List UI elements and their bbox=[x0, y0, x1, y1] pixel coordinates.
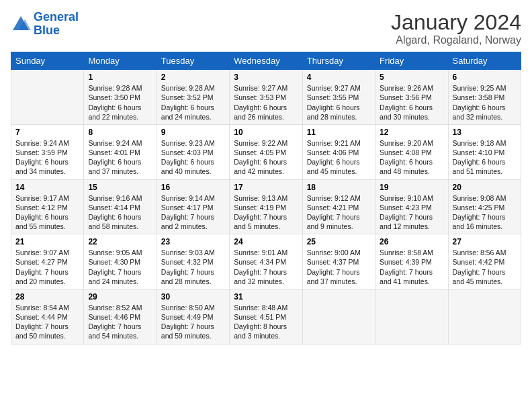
calendar-cell: 3Sunrise: 9:27 AMSunset: 3:53 PMDaylight… bbox=[230, 70, 302, 125]
day-info: Sunrise: 9:28 AMSunset: 3:50 PMDaylight:… bbox=[88, 84, 142, 121]
day-info: Sunrise: 9:16 AMSunset: 4:14 PMDaylight:… bbox=[88, 194, 142, 231]
day-number: 31 bbox=[234, 292, 298, 302]
day-number: 23 bbox=[161, 237, 225, 246]
calendar-cell: 25Sunrise: 9:00 AMSunset: 4:37 PMDayligh… bbox=[302, 234, 375, 289]
day-number: 4 bbox=[307, 73, 371, 82]
day-number: 22 bbox=[88, 237, 152, 246]
calendar-cell: 18Sunrise: 9:12 AMSunset: 4:21 PMDayligh… bbox=[302, 179, 375, 234]
day-info: Sunrise: 9:03 AMSunset: 4:32 PMDaylight:… bbox=[161, 248, 215, 285]
day-info: Sunrise: 9:18 AMSunset: 4:10 PMDaylight:… bbox=[453, 139, 506, 176]
day-number: 6 bbox=[453, 73, 517, 82]
day-number: 14 bbox=[15, 183, 79, 192]
logo: General Blue bbox=[11, 11, 79, 38]
calendar-cell: 2Sunrise: 9:28 AMSunset: 3:52 PMDaylight… bbox=[157, 70, 229, 125]
day-info: Sunrise: 8:48 AMSunset: 4:51 PMDaylight:… bbox=[234, 304, 287, 340]
calendar-cell: 30Sunrise: 8:50 AMSunset: 4:49 PMDayligh… bbox=[157, 289, 229, 344]
day-number: 3 bbox=[234, 73, 298, 82]
day-number: 11 bbox=[307, 128, 371, 137]
page: General Blue January 2024 Algard, Rogala… bbox=[0, 0, 532, 411]
week-row-0: 1Sunrise: 9:28 AMSunset: 3:50 PMDaylight… bbox=[11, 70, 521, 125]
day-info: Sunrise: 8:52 AMSunset: 4:46 PMDaylight:… bbox=[88, 304, 142, 340]
day-info: Sunrise: 8:50 AMSunset: 4:49 PMDaylight:… bbox=[161, 304, 215, 340]
day-number: 7 bbox=[15, 128, 79, 137]
day-info: Sunrise: 9:20 AMSunset: 4:08 PMDaylight:… bbox=[380, 139, 433, 176]
week-row-4: 28Sunrise: 8:54 AMSunset: 4:44 PMDayligh… bbox=[11, 289, 521, 344]
day-number: 8 bbox=[88, 128, 152, 137]
day-info: Sunrise: 9:00 AMSunset: 4:37 PMDaylight:… bbox=[307, 248, 361, 285]
day-info: Sunrise: 9:22 AMSunset: 4:05 PMDaylight:… bbox=[234, 139, 287, 176]
calendar-cell: 10Sunrise: 9:22 AMSunset: 4:05 PMDayligh… bbox=[230, 124, 302, 179]
calendar-cell bbox=[302, 289, 375, 344]
calendar-cell: 12Sunrise: 9:20 AMSunset: 4:08 PMDayligh… bbox=[375, 124, 448, 179]
day-number: 18 bbox=[307, 183, 371, 192]
day-info: Sunrise: 9:05 AMSunset: 4:30 PMDaylight:… bbox=[88, 248, 142, 285]
day-info: Sunrise: 9:07 AMSunset: 4:27 PMDaylight:… bbox=[15, 248, 69, 285]
calendar-cell bbox=[375, 289, 448, 344]
day-number: 29 bbox=[88, 292, 152, 302]
calendar-cell: 23Sunrise: 9:03 AMSunset: 4:32 PMDayligh… bbox=[157, 234, 229, 289]
subtitle: Algard, Rogaland, Norway bbox=[391, 34, 521, 46]
day-info: Sunrise: 8:54 AMSunset: 4:44 PMDaylight:… bbox=[15, 304, 69, 340]
weekday-friday: Friday bbox=[375, 52, 448, 70]
weekday-tuesday: Tuesday bbox=[157, 52, 229, 70]
week-row-3: 21Sunrise: 9:07 AMSunset: 4:27 PMDayligh… bbox=[11, 234, 521, 289]
calendar-cell: 26Sunrise: 8:58 AMSunset: 4:39 PMDayligh… bbox=[375, 234, 448, 289]
calendar-cell: 6Sunrise: 9:25 AMSunset: 3:58 PMDaylight… bbox=[448, 70, 521, 125]
day-info: Sunrise: 9:24 AMSunset: 3:59 PMDaylight:… bbox=[15, 139, 69, 176]
calendar-cell: 5Sunrise: 9:26 AMSunset: 3:56 PMDaylight… bbox=[375, 70, 448, 125]
day-info: Sunrise: 9:08 AMSunset: 4:25 PMDaylight:… bbox=[453, 194, 506, 231]
day-info: Sunrise: 9:12 AMSunset: 4:21 PMDaylight:… bbox=[307, 194, 361, 231]
day-info: Sunrise: 9:27 AMSunset: 3:53 PMDaylight:… bbox=[234, 84, 287, 121]
day-number: 28 bbox=[15, 292, 79, 302]
calendar-cell: 19Sunrise: 9:10 AMSunset: 4:23 PMDayligh… bbox=[375, 179, 448, 234]
day-number: 27 bbox=[453, 237, 517, 246]
calendar-cell: 9Sunrise: 9:23 AMSunset: 4:03 PMDaylight… bbox=[157, 124, 229, 179]
calendar-cell: 27Sunrise: 8:56 AMSunset: 4:42 PMDayligh… bbox=[448, 234, 521, 289]
day-number: 1 bbox=[88, 73, 152, 82]
calendar-cell: 15Sunrise: 9:16 AMSunset: 4:14 PMDayligh… bbox=[84, 179, 157, 234]
calendar-cell: 22Sunrise: 9:05 AMSunset: 4:30 PMDayligh… bbox=[84, 234, 157, 289]
day-info: Sunrise: 9:24 AMSunset: 4:01 PMDaylight:… bbox=[88, 139, 142, 176]
day-info: Sunrise: 9:17 AMSunset: 4:12 PMDaylight:… bbox=[15, 194, 69, 231]
day-info: Sunrise: 9:27 AMSunset: 3:55 PMDaylight:… bbox=[307, 84, 361, 121]
weekday-sunday: Sunday bbox=[11, 52, 84, 70]
day-info: Sunrise: 8:56 AMSunset: 4:42 PMDaylight:… bbox=[453, 248, 506, 285]
day-number: 21 bbox=[15, 237, 79, 246]
logo-blue: Blue bbox=[34, 24, 60, 37]
calendar-cell: 1Sunrise: 9:28 AMSunset: 3:50 PMDaylight… bbox=[84, 70, 157, 125]
day-number: 10 bbox=[234, 128, 298, 137]
logo-icon bbox=[11, 14, 31, 34]
weekday-monday: Monday bbox=[84, 52, 157, 70]
title-block: January 2024 Algard, Rogaland, Norway bbox=[391, 11, 521, 46]
day-number: 25 bbox=[307, 237, 371, 246]
week-row-2: 14Sunrise: 9:17 AMSunset: 4:12 PMDayligh… bbox=[11, 179, 521, 234]
day-number: 12 bbox=[380, 128, 443, 137]
day-info: Sunrise: 9:21 AMSunset: 4:06 PMDaylight:… bbox=[307, 139, 361, 176]
header: General Blue January 2024 Algard, Rogala… bbox=[11, 11, 521, 46]
day-info: Sunrise: 8:58 AMSunset: 4:39 PMDaylight:… bbox=[380, 248, 433, 285]
day-info: Sunrise: 9:23 AMSunset: 4:03 PMDaylight:… bbox=[161, 139, 215, 176]
logo-text: General Blue bbox=[34, 11, 79, 38]
day-number: 26 bbox=[380, 237, 443, 246]
day-info: Sunrise: 9:26 AMSunset: 3:56 PMDaylight:… bbox=[380, 84, 433, 121]
calendar-cell: 4Sunrise: 9:27 AMSunset: 3:55 PMDaylight… bbox=[302, 70, 375, 125]
calendar-cell: 20Sunrise: 9:08 AMSunset: 4:25 PMDayligh… bbox=[448, 179, 521, 234]
day-number: 24 bbox=[234, 237, 298, 246]
calendar-cell: 21Sunrise: 9:07 AMSunset: 4:27 PMDayligh… bbox=[11, 234, 84, 289]
calendar-cell: 17Sunrise: 9:13 AMSunset: 4:19 PMDayligh… bbox=[230, 179, 302, 234]
day-number: 30 bbox=[161, 292, 225, 302]
day-number: 13 bbox=[453, 128, 517, 137]
calendar-cell: 24Sunrise: 9:01 AMSunset: 4:34 PMDayligh… bbox=[230, 234, 302, 289]
main-title: January 2024 bbox=[391, 11, 521, 34]
day-number: 16 bbox=[161, 183, 225, 192]
calendar-cell: 28Sunrise: 8:54 AMSunset: 4:44 PMDayligh… bbox=[11, 289, 84, 344]
day-number: 15 bbox=[88, 183, 152, 192]
calendar-table: SundayMondayTuesdayWednesdayThursdayFrid… bbox=[11, 52, 521, 344]
calendar-cell: 8Sunrise: 9:24 AMSunset: 4:01 PMDaylight… bbox=[84, 124, 157, 179]
weekday-wednesday: Wednesday bbox=[230, 52, 302, 70]
day-number: 19 bbox=[380, 183, 443, 192]
day-info: Sunrise: 9:10 AMSunset: 4:23 PMDaylight:… bbox=[380, 194, 433, 231]
calendar-cell: 16Sunrise: 9:14 AMSunset: 4:17 PMDayligh… bbox=[157, 179, 229, 234]
day-info: Sunrise: 9:14 AMSunset: 4:17 PMDaylight:… bbox=[161, 194, 215, 231]
week-row-1: 7Sunrise: 9:24 AMSunset: 3:59 PMDaylight… bbox=[11, 124, 521, 179]
